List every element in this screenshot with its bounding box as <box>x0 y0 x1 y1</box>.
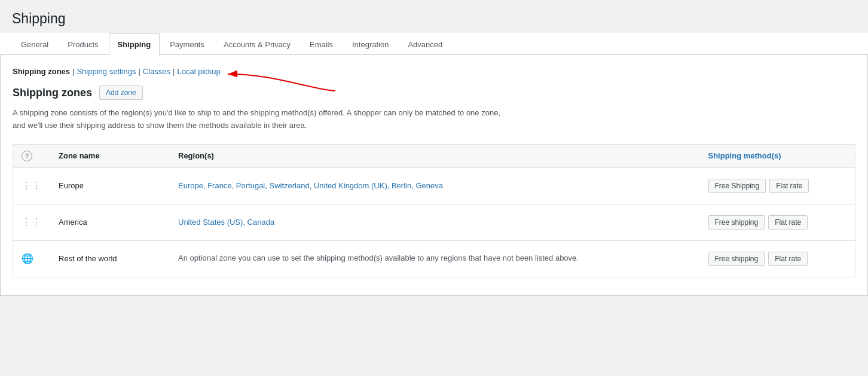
tab-accounts-privacy[interactable]: Accounts & Privacy <box>215 33 299 55</box>
col-zone-name-header: Zone name <box>50 144 170 167</box>
drag-handle-icon[interactable]: ⋮⋮ <box>22 181 42 191</box>
sep2: | <box>138 67 140 76</box>
flat-rate-badge-europe[interactable]: Flat rate <box>769 179 809 193</box>
sub-nav-classes[interactable]: Classes <box>143 67 170 76</box>
methods-rest-of-world: Free shipping Flat rate <box>708 252 847 266</box>
tab-emails[interactable]: Emails <box>301 33 342 55</box>
zone-name-rest-of-world: Rest of the world <box>59 254 117 263</box>
globe-icon: 🌐 <box>22 253 33 264</box>
help-icon[interactable]: ? <box>22 151 32 161</box>
section-description: A shipping zone consists of the region(s… <box>13 107 503 132</box>
regions-europe[interactable]: Europe, France, Portugal, Switzerland, U… <box>178 181 443 190</box>
col-methods-header: Shipping method(s) <box>700 144 855 167</box>
add-zone-button[interactable]: Add zone <box>99 85 143 100</box>
regions-america[interactable]: United States (US), Canada <box>178 218 274 227</box>
zone-name-cell: Rest of the world <box>50 240 170 277</box>
zones-table: ? Zone name Region(s) Shipping method(s)… <box>13 144 855 277</box>
sub-nav-shipping-settings[interactable]: Shipping settings <box>77 67 136 76</box>
sep1: | <box>72 67 74 76</box>
tab-shipping[interactable]: Shipping <box>109 33 160 55</box>
sub-nav: Shipping zones | Shipping settings | Cla… <box>13 67 855 76</box>
tabs-bar: General Products Shipping Payments Accou… <box>0 33 868 55</box>
globe-icon-cell: 🌐 <box>13 240 51 277</box>
regions-cell-europe: Europe, France, Portugal, Switzerland, U… <box>170 167 700 204</box>
tab-advanced[interactable]: Advanced <box>399 33 451 55</box>
zone-name-america: America <box>59 218 87 227</box>
zone-name-europe: Europe <box>59 181 84 190</box>
sub-nav-local-pickup[interactable]: Local pickup <box>178 67 221 76</box>
tab-payments[interactable]: Payments <box>161 33 213 55</box>
table-row: ⋮⋮ America United States (US), Canada Fr… <box>13 204 855 240</box>
methods-cell-rest: Free shipping Flat rate <box>700 240 855 277</box>
zone-name-cell: Europe <box>50 167 170 204</box>
section-title: Shipping zones <box>13 87 92 99</box>
table-row: ⋮⋮ Europe Europe, France, Portugal, Swit… <box>13 167 855 204</box>
content-area: Shipping zones | Shipping settings | Cla… <box>0 55 868 296</box>
regions-rest-of-world: An optional zone you can use to set the … <box>178 253 579 262</box>
zone-name-cell: America <box>50 204 170 240</box>
regions-cell-america: United States (US), Canada <box>170 204 700 240</box>
drag-handle-icon[interactable]: ⋮⋮ <box>22 217 42 227</box>
methods-cell-america: Free shipping Flat rate <box>700 204 855 240</box>
flat-rate-badge-america[interactable]: Flat rate <box>768 215 808 230</box>
sub-nav-container: Shipping zones | Shipping settings | Cla… <box>13 67 855 76</box>
tab-integration[interactable]: Integration <box>343 33 398 55</box>
drag-handle-cell: ⋮⋮ <box>13 204 51 240</box>
page-title: Shipping <box>12 11 856 27</box>
col-drag-header: ? <box>13 144 51 167</box>
section-header: Shipping zones Add zone <box>13 85 855 100</box>
sep3: | <box>173 67 175 76</box>
free-shipping-badge-europe[interactable]: Free Shipping <box>708 179 766 193</box>
drag-handle-cell: ⋮⋮ <box>13 167 51 204</box>
free-shipping-badge-america[interactable]: Free shipping <box>708 215 765 230</box>
tab-general[interactable]: General <box>12 33 57 55</box>
regions-cell-rest: An optional zone you can use to set the … <box>170 240 700 277</box>
sub-nav-shipping-zones: Shipping zones <box>13 67 70 76</box>
flat-rate-badge-rest[interactable]: Flat rate <box>768 252 808 266</box>
methods-cell-europe: Free Shipping Flat rate <box>700 167 855 204</box>
col-regions-header: Region(s) <box>170 144 700 167</box>
methods-europe: Free Shipping Flat rate <box>708 179 847 193</box>
table-header-row: ? Zone name Region(s) Shipping method(s) <box>13 144 855 167</box>
table-row: 🌐 Rest of the world An optional zone you… <box>13 240 855 277</box>
methods-america: Free shipping Flat rate <box>708 215 847 230</box>
free-shipping-badge-rest[interactable]: Free shipping <box>708 252 765 266</box>
tab-products[interactable]: Products <box>59 33 107 55</box>
